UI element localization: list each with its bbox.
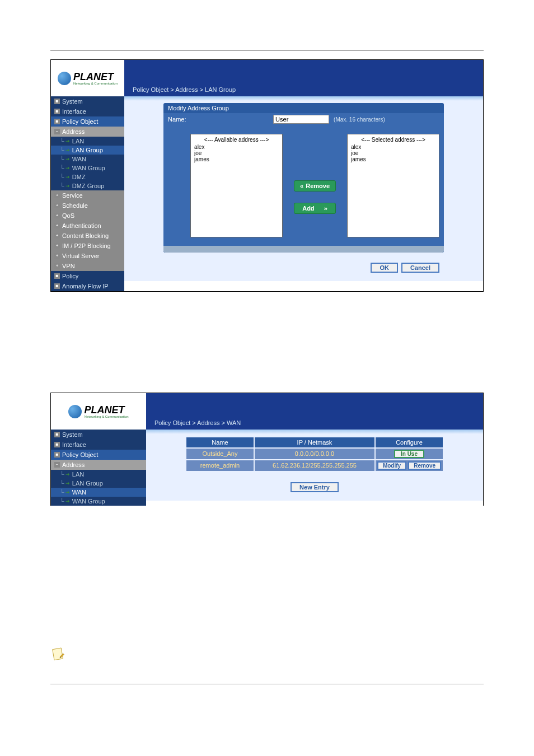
table-row: remote_admin 61.62.236.12/255.255.255.25… bbox=[186, 460, 443, 471]
nav-lan-group[interactable]: └➜LAN Group bbox=[51, 146, 124, 155]
nav-qos[interactable]: +QoS bbox=[51, 211, 124, 221]
nav-virtual-server[interactable]: +Virtual Server bbox=[51, 251, 124, 261]
col-ip: IP / Netmask bbox=[255, 437, 374, 447]
expand-icon: + bbox=[54, 233, 60, 239]
nav-wan-group[interactable]: └➜WAN Group bbox=[51, 497, 146, 506]
breadcrumb-bar: Policy Object > Address > LAN Group bbox=[124, 60, 483, 96]
cell-name: Outside_Any bbox=[186, 449, 254, 459]
main-content: Policy Object > Address > LAN Group Modi… bbox=[124, 60, 483, 291]
nav-service[interactable]: +Service bbox=[51, 190, 124, 200]
nav-system[interactable]: ■System bbox=[51, 96, 124, 106]
arrow-right-icon: ➜ bbox=[65, 138, 70, 144]
arrow-right-icon: ➜ bbox=[65, 498, 70, 504]
list-item[interactable]: alex bbox=[350, 144, 437, 150]
expand-icon: ■ bbox=[54, 442, 60, 447]
nav-wan[interactable]: └➜WAN bbox=[51, 488, 146, 497]
col-configure: Configure bbox=[376, 437, 443, 447]
cell-ip: 0.0.0.0/0.0.0.0 bbox=[255, 449, 374, 459]
expand-icon: + bbox=[54, 193, 60, 198]
chevron-left-icon: « bbox=[300, 183, 303, 189]
nav-dmz[interactable]: └➜DMZ bbox=[51, 172, 124, 181]
expand-icon: ■ bbox=[54, 432, 60, 437]
in-use-button: In Use bbox=[394, 450, 424, 458]
cell-name: remote_admin bbox=[186, 460, 254, 471]
logo-area: PLANET Networking & Communication bbox=[51, 393, 146, 430]
nav-system[interactable]: ■System bbox=[51, 430, 146, 440]
nav-im-p2p[interactable]: +IM / P2P Blocking bbox=[51, 241, 124, 251]
collapse-icon: − bbox=[54, 462, 60, 468]
modify-button[interactable]: Modify bbox=[377, 461, 406, 470]
nav-address[interactable]: −Address bbox=[51, 460, 146, 470]
logo-text: PLANET bbox=[73, 71, 118, 83]
nav-anomaly[interactable]: ■Anomaly Flow IP bbox=[51, 281, 124, 291]
nav-policy-object[interactable]: ■Policy Object bbox=[51, 116, 124, 127]
expand-icon: + bbox=[54, 223, 60, 228]
sidebar: PLANET Networking & Communication ■Syste… bbox=[51, 393, 146, 506]
collapse-icon: − bbox=[54, 129, 60, 134]
nav-address[interactable]: −Address bbox=[51, 127, 124, 137]
note-icon bbox=[50, 646, 66, 661]
add-button[interactable]: Add » bbox=[294, 203, 336, 214]
remove-button[interactable]: Remove bbox=[408, 461, 441, 470]
name-label: Name: bbox=[168, 116, 269, 123]
svg-rect-0 bbox=[53, 648, 63, 660]
nav-schedule[interactable]: +Schedule bbox=[51, 200, 124, 211]
screenshot-1: PLANET Networking & Communication ■Syste… bbox=[50, 59, 484, 292]
chevron-right-icon: » bbox=[324, 205, 327, 212]
cell-ip: 61.62.236.12/255.255.255.255 bbox=[255, 460, 374, 471]
table-row: Outside_Any 0.0.0.0/0.0.0.0 In Use bbox=[186, 449, 443, 459]
nav-interface[interactable]: ■Interface bbox=[51, 440, 146, 450]
expand-icon: ■ bbox=[54, 99, 60, 104]
list-item[interactable]: joe bbox=[193, 150, 280, 156]
expand-icon: ■ bbox=[54, 283, 60, 289]
nav-auth[interactable]: +Authentication bbox=[51, 221, 124, 231]
available-listbox[interactable]: <--- Available address ---> alex joe jam… bbox=[190, 134, 283, 237]
cancel-button[interactable]: Cancel bbox=[401, 263, 439, 273]
expand-icon: + bbox=[54, 243, 60, 249]
logo-tagline: Networking & Communication bbox=[84, 415, 128, 418]
address-table: Name IP / Netmask Configure Outside_Any … bbox=[185, 436, 444, 472]
nav-content-blocking[interactable]: +Content Blocking bbox=[51, 231, 124, 241]
nav-vpn[interactable]: +VPN bbox=[51, 261, 124, 271]
list-item[interactable]: alex bbox=[193, 144, 280, 150]
arrow-right-icon: ➜ bbox=[65, 480, 70, 486]
nav-policy-object[interactable]: ■Policy Object bbox=[51, 450, 146, 460]
nav-interface[interactable]: ■Interface bbox=[51, 106, 124, 116]
logo-text: PLANET bbox=[84, 404, 128, 416]
expand-icon: ■ bbox=[54, 452, 60, 458]
screenshot-2: PLANET Networking & Communication ■Syste… bbox=[50, 393, 484, 506]
remove-button[interactable]: «Remove bbox=[294, 180, 336, 192]
breadcrumb: Policy Object > Address > WAN bbox=[154, 419, 241, 426]
expand-icon: + bbox=[54, 203, 60, 208]
nav-dmz-group[interactable]: └➜DMZ Group bbox=[51, 181, 124, 190]
selected-listbox[interactable]: <--- Selected address ---> alex joe jame… bbox=[347, 134, 439, 237]
arrow-right-icon: ➜ bbox=[65, 174, 70, 180]
arrow-right-icon: ➜ bbox=[65, 165, 70, 171]
list-item[interactable]: james bbox=[350, 156, 437, 162]
nav-wan-group[interactable]: └➜WAN Group bbox=[51, 164, 124, 172]
form-title: Modify Address Group bbox=[163, 103, 444, 113]
planet-icon bbox=[58, 72, 71, 85]
list-item[interactable]: joe bbox=[350, 150, 437, 156]
logo-area: PLANET Networking & Communication bbox=[51, 60, 124, 96]
expand-icon: + bbox=[54, 253, 60, 259]
arrow-right-icon: ➜ bbox=[65, 183, 70, 189]
name-input[interactable] bbox=[273, 115, 329, 124]
new-entry-button[interactable]: New Entry bbox=[291, 482, 339, 492]
expand-icon: ■ bbox=[54, 119, 60, 124]
nav-lan-group[interactable]: └➜LAN Group bbox=[51, 479, 146, 488]
nav-lan[interactable]: └➜LAN bbox=[51, 137, 124, 146]
ok-button[interactable]: OK bbox=[371, 263, 398, 273]
expand-icon: + bbox=[54, 263, 60, 269]
nav-wan[interactable]: └➜WAN bbox=[51, 155, 124, 164]
planet-icon bbox=[68, 405, 82, 418]
expand-icon: + bbox=[54, 213, 60, 218]
list-item[interactable]: james bbox=[193, 156, 280, 162]
expand-icon: ■ bbox=[54, 273, 60, 279]
nav-lan[interactable]: └➜LAN bbox=[51, 470, 146, 479]
nav-policy[interactable]: ■Policy bbox=[51, 271, 124, 281]
breadcrumb-bar: Policy Object > Address > WAN bbox=[146, 393, 483, 430]
arrow-right-icon: ➜ bbox=[65, 156, 70, 162]
logo-tagline: Networking & Communication bbox=[73, 82, 118, 85]
arrow-right-icon: ➜ bbox=[65, 489, 70, 495]
